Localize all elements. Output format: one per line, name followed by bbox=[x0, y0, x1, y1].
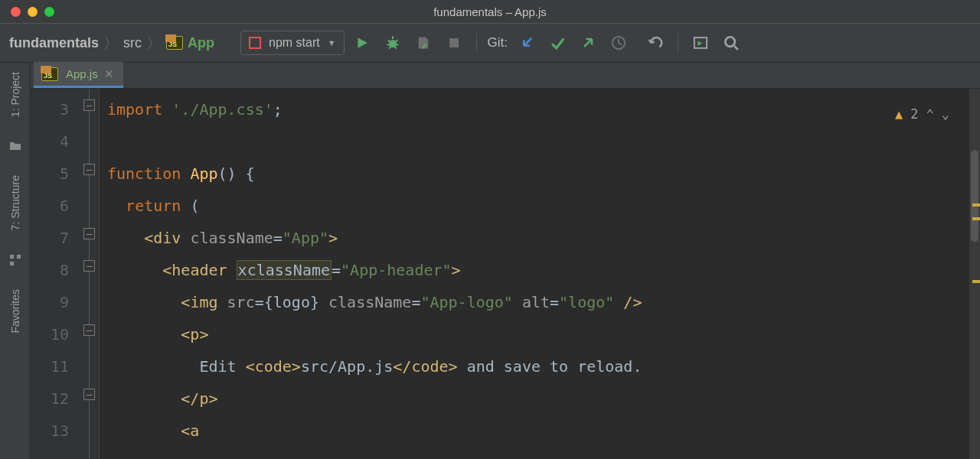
close-tab-icon[interactable]: ✕ bbox=[104, 67, 114, 81]
svg-rect-7 bbox=[10, 262, 14, 265]
chevron-right-icon: 〉 bbox=[102, 33, 120, 54]
svg-rect-5 bbox=[10, 255, 14, 259]
breadcrumb-file[interactable]: App bbox=[188, 35, 214, 51]
left-tool-strip: 1: Project 7: Structure Favorites bbox=[0, 63, 31, 459]
breadcrumb[interactable]: fundamentals 〉 src 〉 JS App bbox=[9, 33, 214, 54]
scroll-marker[interactable] bbox=[972, 280, 980, 283]
fold-marker[interactable]: – bbox=[83, 389, 95, 400]
chevron-right-icon: 〉 bbox=[145, 33, 163, 54]
git-commit-button[interactable] bbox=[544, 30, 570, 56]
minimize-window-button[interactable] bbox=[28, 7, 38, 17]
structure-icon bbox=[9, 254, 21, 266]
svg-rect-6 bbox=[17, 255, 21, 259]
svg-point-4 bbox=[726, 37, 735, 46]
fold-marker[interactable]: – bbox=[83, 164, 95, 175]
run-config-label: npm start bbox=[269, 36, 320, 50]
js-file-icon: JS bbox=[166, 36, 183, 50]
fold-marker[interactable]: – bbox=[83, 260, 95, 272]
git-label: Git: bbox=[486, 35, 509, 50]
breadcrumb-project[interactable]: fundamentals bbox=[9, 35, 99, 51]
code-editor[interactable]: 345678910111213 – – – – – – import './Ap… bbox=[31, 89, 980, 459]
next-highlight-icon[interactable]: ⌄ bbox=[942, 98, 949, 130]
titlebar: fundamentals – App.js bbox=[0, 0, 980, 23]
toolbar: fundamentals 〉 src 〉 JS App npm start ▼ … bbox=[0, 23, 980, 63]
line-numbers: 345678910111213 bbox=[31, 89, 78, 459]
tab-label: App.js bbox=[66, 67, 98, 80]
run-button[interactable] bbox=[349, 30, 375, 56]
run-coverage-button[interactable] bbox=[410, 30, 436, 56]
project-tool-button[interactable]: 1: Project bbox=[9, 67, 21, 122]
debug-button[interactable] bbox=[380, 30, 406, 56]
scroll-marker[interactable] bbox=[972, 217, 980, 220]
warning-count: 2 bbox=[910, 98, 918, 130]
window-controls bbox=[0, 7, 54, 17]
chevron-down-icon: ▼ bbox=[328, 38, 336, 47]
inspection-widget[interactable]: ▲ 2 ⌃ ⌄ bbox=[895, 98, 949, 130]
prev-highlight-icon[interactable]: ⌃ bbox=[926, 98, 934, 130]
maximize-window-button[interactable] bbox=[44, 7, 54, 17]
git-history-button[interactable] bbox=[606, 30, 632, 56]
git-pull-button[interactable] bbox=[514, 30, 540, 56]
code-content[interactable]: import './App.css'; function App() { ret… bbox=[100, 89, 980, 459]
search-button[interactable] bbox=[718, 30, 744, 56]
editor-tabs: JS App.js ✕ bbox=[31, 63, 980, 89]
js-file-icon: JS bbox=[41, 67, 58, 81]
editor: JS App.js ✕ 345678910111213 – – – – – – … bbox=[31, 63, 980, 459]
separator bbox=[476, 33, 477, 53]
run-anything-button[interactable] bbox=[688, 30, 714, 56]
scrollbar[interactable] bbox=[969, 89, 980, 459]
fold-marker[interactable]: – bbox=[83, 99, 95, 111]
svg-rect-1 bbox=[449, 38, 459, 47]
fold-marker[interactable]: – bbox=[83, 228, 95, 239]
scroll-marker[interactable] bbox=[972, 203, 980, 207]
undo-button[interactable] bbox=[642, 30, 668, 56]
run-config-selector[interactable]: npm start ▼ bbox=[240, 31, 345, 55]
structure-tool-button[interactable]: 7: Structure bbox=[9, 171, 21, 235]
warning-icon: ▲ bbox=[895, 98, 903, 130]
git-push-button[interactable] bbox=[575, 30, 601, 56]
window-title: fundamentals – App.js bbox=[0, 5, 980, 18]
favorites-tool-button[interactable]: Favorites bbox=[9, 285, 21, 338]
close-window-button[interactable] bbox=[11, 7, 21, 17]
fold-gutter: – – – – – – bbox=[78, 89, 100, 459]
fold-marker[interactable]: – bbox=[83, 324, 95, 336]
scrollbar-thumb[interactable] bbox=[971, 150, 978, 242]
tab-app-js[interactable]: JS App.js ✕ bbox=[34, 62, 123, 88]
stop-button bbox=[441, 30, 467, 56]
highlighted-attr: xclassName bbox=[237, 260, 332, 280]
breadcrumb-folder[interactable]: src bbox=[123, 35, 142, 51]
folder-icon bbox=[9, 140, 21, 152]
separator bbox=[678, 33, 678, 53]
npm-icon bbox=[249, 37, 261, 49]
